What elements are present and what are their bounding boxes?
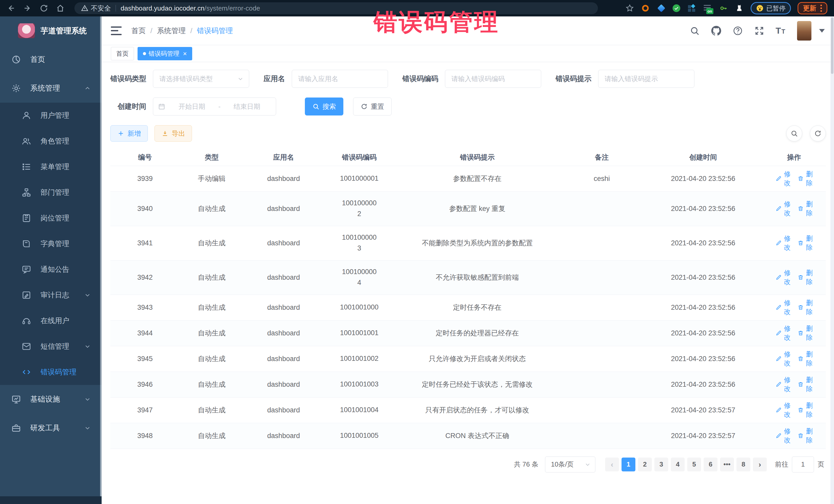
end-date-input[interactable]	[222, 103, 271, 111]
error-code-table: 编号 类型 应用名 错误码编码 错误码提示 备注 创建时间 操作 3939手动编…	[110, 149, 826, 449]
message-input[interactable]	[598, 75, 694, 83]
code-input[interactable]	[445, 75, 541, 83]
extension-key-icon[interactable]	[719, 4, 728, 13]
add-button[interactable]: 新增	[110, 125, 148, 141]
edit-link[interactable]: 修改	[775, 324, 791, 342]
delete-link[interactable]: 删除	[797, 324, 813, 342]
page-button-8[interactable]: 8	[737, 458, 750, 472]
help-icon[interactable]	[733, 26, 743, 36]
refresh-table-button[interactable]	[810, 126, 826, 141]
back-icon[interactable]	[7, 4, 15, 13]
home-icon[interactable]	[56, 4, 65, 13]
chevron-down-icon[interactable]	[819, 29, 825, 32]
sidebar-item-menu-management[interactable]: 菜单管理	[0, 154, 102, 180]
sidebar-item-online-users[interactable]: 在线用户	[0, 308, 102, 334]
page-button-3[interactable]: 3	[654, 458, 668, 472]
address-bar[interactable]: 不安全 dashboard.yudao.iocoder.cn/system/er…	[74, 2, 598, 14]
delete-link[interactable]: 删除	[797, 200, 813, 218]
start-date-input[interactable]	[168, 103, 216, 111]
delete-link[interactable]: 删除	[797, 234, 813, 252]
github-icon[interactable]	[711, 26, 721, 36]
export-button[interactable]: 导出	[154, 125, 192, 141]
date-range-picker[interactable]: -	[153, 97, 276, 115]
breadcrumb-home[interactable]: 首页	[131, 26, 146, 36]
edit-link[interactable]: 修改	[775, 350, 791, 368]
edit-link[interactable]: 修改	[775, 375, 791, 393]
sidebar-collapse-bar[interactable]	[0, 496, 102, 504]
row-remark	[559, 294, 644, 320]
forward-icon[interactable]	[23, 4, 32, 13]
page-button-5[interactable]: 5	[687, 458, 701, 472]
edit-link-label: 修改	[784, 200, 791, 218]
reload-icon[interactable]	[40, 4, 48, 13]
page-size-select[interactable]: 10条/页	[545, 457, 595, 473]
url-text: dashboard.yudao.iocoder.cn/system/error-…	[120, 4, 260, 12]
extension-cat-icon[interactable]	[735, 4, 744, 13]
delete-link[interactable]: 删除	[797, 350, 813, 368]
page-button-2[interactable]: 2	[638, 458, 652, 472]
app-input[interactable]	[292, 75, 388, 83]
app-logo[interactable]: 芋道管理系统	[0, 17, 102, 45]
next-page-button[interactable]: ›	[753, 458, 767, 472]
search-icon[interactable]	[689, 26, 700, 36]
page-button-1[interactable]: 1	[621, 458, 635, 472]
extension-orange-ring-icon[interactable]	[641, 4, 650, 13]
goto-page-input[interactable]	[792, 457, 814, 473]
delete-link-label: 删除	[806, 234, 813, 252]
fullscreen-icon[interactable]	[754, 26, 765, 36]
sidebar-item-dev-tools[interactable]: 研发工具	[0, 414, 102, 442]
close-icon[interactable]: ×	[183, 50, 187, 57]
sidebar-item-dict-management[interactable]: 字典管理	[0, 231, 102, 257]
toggle-search-button[interactable]	[786, 126, 802, 141]
sidebar-toggle-icon[interactable]	[111, 26, 122, 35]
sidebar-item-audit-log[interactable]: 审计日志	[0, 282, 102, 308]
extension-grid-icon[interactable]	[687, 4, 696, 13]
screen: 不安全 dashboard.yudao.iocoder.cn/system/er…	[0, 0, 834, 504]
tab-error-code[interactable]: 错误码管理 ×	[137, 47, 192, 60]
page-scrollbar[interactable]	[830, 17, 834, 504]
search-button[interactable]: 搜索	[305, 97, 343, 115]
page-ellipsis-button[interactable]: •••	[720, 458, 734, 472]
delete-link[interactable]: 删除	[797, 401, 813, 419]
edit-link[interactable]: 修改	[775, 234, 791, 252]
user-avatar[interactable]	[797, 21, 811, 41]
delete-link[interactable]: 删除	[797, 375, 813, 393]
edit-link[interactable]: 修改	[775, 427, 791, 445]
extension-gem-icon[interactable]	[657, 4, 666, 13]
prev-page-button[interactable]: ‹	[605, 458, 619, 472]
update-browser-button[interactable]: 更新	[797, 2, 827, 14]
profile-paused-badge[interactable]: 已暂停	[751, 2, 791, 14]
sidebar-item-user-management[interactable]: 用户管理	[0, 103, 102, 128]
delete-link[interactable]: 删除	[797, 427, 813, 445]
edit-link[interactable]: 修改	[775, 299, 791, 316]
sidebar-item-sms-management[interactable]: 短信管理	[0, 334, 102, 359]
edit-link[interactable]: 修改	[775, 268, 791, 286]
main-panel: 错误码管理 首页 / 系统管理 / 错误码管理	[102, 17, 834, 504]
sidebar-item-role-management[interactable]: 角色管理	[0, 128, 102, 154]
breadcrumb-system[interactable]: 系统管理	[157, 26, 186, 36]
bookmark-star-icon[interactable]	[626, 4, 634, 13]
delete-link[interactable]: 删除	[797, 299, 813, 316]
font-size-icon[interactable]: TT	[776, 26, 786, 36]
security-warning[interactable]: 不安全	[81, 4, 111, 13]
sidebar-item-error-code-management[interactable]: 错误码管理	[0, 359, 102, 385]
edit-link[interactable]: 修改	[775, 200, 791, 218]
sidebar-item-post-management[interactable]: 岗位管理	[0, 205, 102, 231]
edit-link[interactable]: 修改	[775, 401, 791, 419]
edit-link[interactable]: 修改	[775, 170, 791, 188]
browser-menu-icon[interactable]	[820, 5, 822, 12]
sidebar-item-dept-management[interactable]: 部门管理	[0, 180, 102, 205]
tab-home[interactable]: 首页	[111, 47, 134, 60]
sidebar-item-notice-announcement[interactable]: 通知公告	[0, 257, 102, 282]
sidebar-item-system-management[interactable]: 系统管理	[0, 74, 102, 103]
sidebar-item-infrastructure[interactable]: 基础设施	[0, 385, 102, 414]
extension-tabs-on-icon[interactable]: on	[703, 4, 712, 13]
delete-link[interactable]: 删除	[797, 170, 813, 188]
type-select[interactable]: 请选择错误码类型	[153, 70, 249, 88]
page-button-4[interactable]: 4	[671, 458, 685, 472]
extension-green-check-icon[interactable]	[673, 4, 680, 12]
sidebar-item-home[interactable]: 首页	[0, 45, 102, 74]
delete-link[interactable]: 删除	[797, 268, 813, 286]
page-button-6[interactable]: 6	[704, 458, 718, 472]
reset-button[interactable]: 重置	[353, 97, 392, 115]
